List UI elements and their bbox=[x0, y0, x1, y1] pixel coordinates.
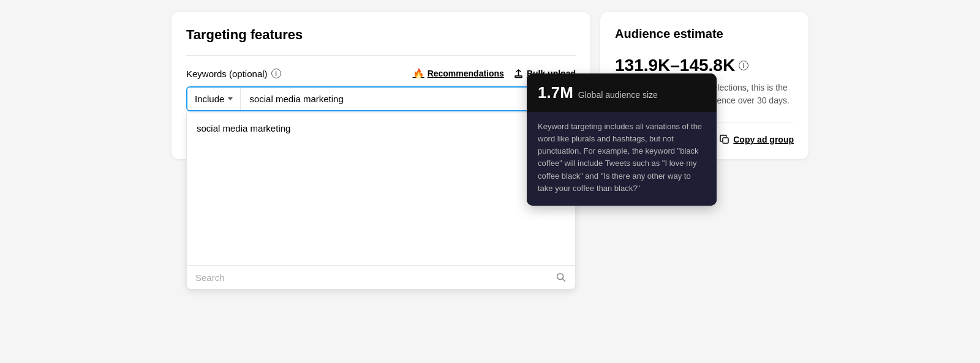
audience-info-icon[interactable]: i bbox=[739, 61, 748, 70]
tooltip-header: 1.7M Global audience size bbox=[527, 73, 717, 112]
suggestion-dropdown: social media marketing ✓ Search bbox=[186, 113, 576, 290]
tooltip-text: Keyword targeting includes all variation… bbox=[538, 121, 706, 195]
keyword-input-row: Include bbox=[186, 86, 576, 111]
info-icon[interactable]: i bbox=[271, 69, 281, 78]
include-dropdown[interactable]: Include bbox=[187, 88, 241, 110]
keywords-label-group: Keywords (optional) i bbox=[186, 69, 281, 79]
keyword-input-container: Include social media marketing ✓ Search bbox=[186, 86, 576, 111]
recommendations-link[interactable]: 🔥 Recommendations bbox=[413, 68, 504, 79]
divider bbox=[186, 55, 576, 56]
keywords-header: Keywords (optional) i 🔥 Recommendations bbox=[186, 68, 576, 79]
keyword-input[interactable] bbox=[241, 88, 575, 110]
targeting-features-panel: Targeting features Keywords (optional) i… bbox=[172, 12, 590, 159]
svg-rect-2 bbox=[723, 138, 728, 143]
search-bar: Search bbox=[187, 265, 575, 289]
tooltip-box: 1.7M Global audience size Keyword target… bbox=[527, 73, 717, 206]
panel-title: Targeting features bbox=[186, 27, 576, 43]
suggestion-item[interactable]: social media marketing ✓ bbox=[187, 113, 575, 143]
chevron-down-icon bbox=[228, 97, 233, 100]
tooltip-stat-label: Global audience size bbox=[578, 90, 658, 100]
upload-icon bbox=[514, 69, 524, 78]
tooltip-body: Keyword targeting includes all variation… bbox=[527, 112, 717, 206]
search-icon bbox=[556, 272, 567, 283]
tooltip-stat: 1.7M bbox=[538, 83, 573, 102]
copy-icon bbox=[720, 135, 729, 144]
keywords-label: Keywords (optional) bbox=[186, 69, 268, 79]
audience-range: 131.9K–145.8K i bbox=[615, 56, 794, 75]
dropdown-empty-space bbox=[187, 143, 575, 265]
svg-line-1 bbox=[562, 279, 565, 281]
flame-icon: 🔥 bbox=[413, 68, 424, 79]
audience-title: Audience estimate bbox=[615, 27, 794, 41]
